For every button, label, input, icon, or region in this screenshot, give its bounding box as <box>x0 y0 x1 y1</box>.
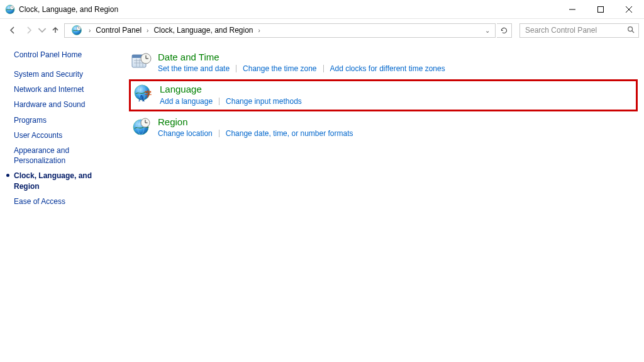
toolbar: › Control Panel › Clock, Language, and R… <box>0 19 644 42</box>
control-panel-icon <box>71 25 82 36</box>
sidebar-item-appearance[interactable]: Appearance and Personalization <box>14 145 116 166</box>
link-change-time-zone[interactable]: Change the time zone <box>243 64 316 73</box>
category-title-date-time[interactable]: Date and Time <box>158 52 445 62</box>
sidebar-item-system-security[interactable]: System and Security <box>14 69 116 79</box>
category-date-and-time: Date and Time Set the time and date Chan… <box>129 49 638 77</box>
category-language: A 字 Language Add a language Change input… <box>129 79 638 111</box>
sidebar-category-list: System and Security Network and Internet… <box>14 69 116 206</box>
svg-point-12 <box>628 26 633 31</box>
sidebar: Control Panel Home System and Security N… <box>0 42 123 218</box>
breadcrumb-chevron-icon[interactable]: › <box>145 27 150 34</box>
control-panel-home-link[interactable]: Control Panel Home <box>14 50 116 59</box>
link-set-time-and-date[interactable]: Set the time and date <box>158 64 230 73</box>
svg-text:字: 字 <box>145 90 152 98</box>
sidebar-item-clock-language-region[interactable]: Clock, Language, and Region <box>14 171 116 191</box>
link-change-location[interactable]: Change location <box>158 129 213 138</box>
main-panel: Date and Time Set the time and date Chan… <box>123 42 644 218</box>
breadcrumb-chevron-icon[interactable]: › <box>257 27 262 34</box>
breadcrumb-clock-language-region[interactable]: Clock, Language, and Region <box>152 26 254 35</box>
address-bar[interactable]: › Control Panel › Clock, Language, and R… <box>64 23 496 38</box>
link-divider <box>236 65 236 72</box>
sidebar-item-network-internet[interactable]: Network and Internet <box>14 84 116 94</box>
up-button[interactable] <box>48 23 63 38</box>
link-add-a-language[interactable]: Add a language <box>160 97 213 106</box>
svg-rect-5 <box>597 6 603 12</box>
svg-line-13 <box>632 30 634 32</box>
maximize-button[interactable] <box>586 0 614 18</box>
breadcrumb-chevron-icon[interactable]: › <box>87 27 92 34</box>
content-area: Control Panel Home System and Security N… <box>0 42 644 218</box>
category-region: Region Change location Change date, time… <box>129 114 638 142</box>
window-title: Clock, Language, and Region <box>19 5 118 14</box>
address-dropdown-button[interactable]: ⌄ <box>485 27 492 34</box>
link-divider <box>219 130 219 137</box>
region-icon <box>131 116 152 137</box>
sidebar-item-ease-of-access[interactable]: Ease of Access <box>14 196 116 206</box>
close-button[interactable] <box>614 0 643 18</box>
language-icon: A 字 <box>133 84 153 104</box>
minimize-button[interactable] <box>558 0 586 18</box>
back-button[interactable] <box>5 23 20 38</box>
category-title-language[interactable]: Language <box>160 84 302 94</box>
date-time-icon <box>131 52 152 72</box>
link-divider <box>219 98 219 105</box>
window-icon <box>5 4 15 14</box>
link-divider <box>323 65 324 72</box>
search-icon <box>627 26 635 35</box>
window-controls <box>558 0 643 18</box>
search-box[interactable] <box>519 23 639 38</box>
link-add-clocks[interactable]: Add clocks for different time zones <box>330 64 445 73</box>
titlebar: Clock, Language, and Region <box>0 0 644 19</box>
refresh-button[interactable] <box>497 23 512 38</box>
sidebar-item-user-accounts[interactable]: User Accounts <box>14 130 116 140</box>
breadcrumb-control-panel[interactable]: Control Panel <box>94 26 143 35</box>
search-input[interactable] <box>524 25 627 35</box>
link-change-date-time-number-formats[interactable]: Change date, time, or number formats <box>226 129 353 138</box>
category-title-region[interactable]: Region <box>158 116 353 127</box>
sidebar-item-hardware-sound[interactable]: Hardware and Sound <box>14 99 116 110</box>
forward-button[interactable] <box>21 23 36 38</box>
sidebar-item-programs[interactable]: Programs <box>14 115 116 125</box>
recent-locations-button[interactable] <box>38 23 47 38</box>
link-change-input-methods[interactable]: Change input methods <box>226 97 302 106</box>
